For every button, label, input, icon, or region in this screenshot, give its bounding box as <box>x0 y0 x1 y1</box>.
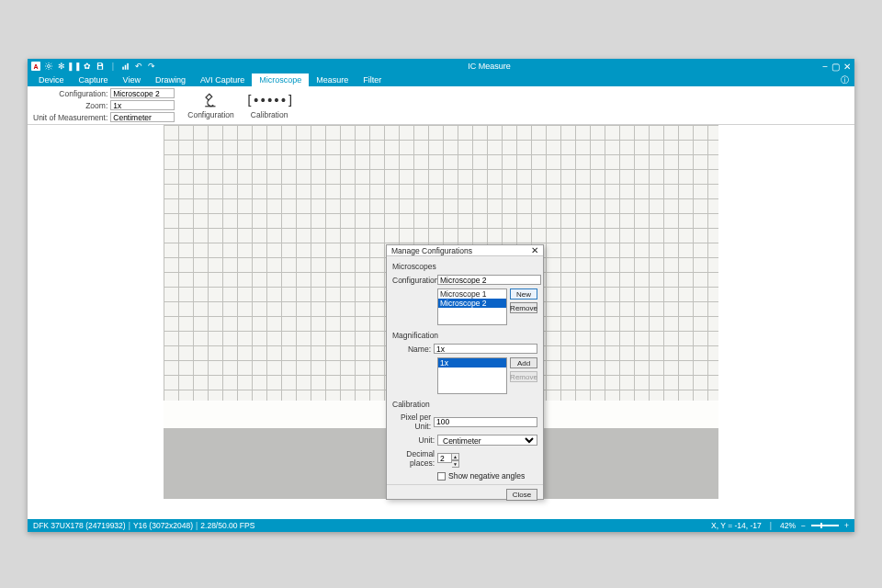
config-listbox[interactable]: Microscope 1 Microscope 2 <box>437 288 507 325</box>
close-button[interactable]: ✕ <box>843 62 851 72</box>
dialog-footer: Close <box>387 484 543 504</box>
save-icon[interactable] <box>96 62 105 71</box>
ppu-label: Pixel per Unit: <box>392 413 431 431</box>
ppu-input[interactable] <box>434 417 537 427</box>
show-negative-label: Show negative angles <box>448 471 525 481</box>
unit-label: Unit of Measurement: <box>33 113 107 122</box>
list-item[interactable]: Microscope 2 <box>438 299 506 308</box>
divider-icon: | <box>108 62 118 71</box>
dialog-titlebar: Manage Configurations ✕ <box>387 245 543 256</box>
mag-name-label: Name: <box>392 345 431 354</box>
svg-rect-1 <box>122 67 124 70</box>
ruler-icon: [•••••] <box>261 92 277 108</box>
content-area: Manage Configurations ✕ Microscopes Conf… <box>28 125 854 519</box>
decimals-input[interactable] <box>437 453 452 463</box>
tab-avi-capture[interactable]: AVI Capture <box>193 74 252 86</box>
zoom-field[interactable] <box>110 100 175 110</box>
titlebar-left: A ✻ ❚❚ ✿ | ↶ ↷ <box>31 62 156 71</box>
unit-select-label: Unit: <box>392 435 435 445</box>
tab-measure[interactable]: Measure <box>309 74 356 86</box>
unit-select[interactable]: Centimeter <box>437 435 537 446</box>
mag-listbox[interactable]: 1x <box>437 357 507 394</box>
restore-button[interactable]: ▢ <box>831 62 840 72</box>
app-window: A ✻ ❚❚ ✿ | ↶ ↷ IC Measure − ▢ ✕ Device C <box>28 59 854 532</box>
section-magnification: Magnification <box>392 331 537 340</box>
config-label: Configuration: <box>392 276 435 285</box>
help-icon[interactable]: ⓘ <box>835 74 854 86</box>
tab-capture[interactable]: Capture <box>72 74 116 86</box>
new-button[interactable]: New <box>510 288 537 300</box>
zoom-label: Zoom: <box>33 101 107 110</box>
status-coords: X, Y = -14, -17 <box>711 521 762 530</box>
spin-down-icon[interactable]: ▼ <box>452 460 459 468</box>
dialog-title: Manage Configurations <box>391 246 531 255</box>
unit-field[interactable] <box>110 112 175 122</box>
ribbon-config-group: Configuration: Zoom: Unit of Measurement… <box>33 88 175 122</box>
app-icon: A <box>31 62 40 71</box>
tab-filter[interactable]: Filter <box>356 74 389 86</box>
config-input[interactable] <box>437 275 541 285</box>
status-fps: 2.28/50.00 FPS <box>200 521 254 530</box>
svg-rect-2 <box>125 65 127 70</box>
status-zoom: 42% <box>780 521 796 530</box>
calibration-button[interactable]: [•••••] Calibration <box>247 90 292 121</box>
add-button[interactable]: Add <box>510 357 537 368</box>
show-negative-checkbox[interactable] <box>437 472 446 481</box>
minimize-button[interactable]: − <box>822 62 828 72</box>
configuration-button[interactable]: Configuration <box>184 90 238 121</box>
chart-icon[interactable] <box>121 62 130 71</box>
calibration-button-label: Calibration <box>251 110 288 119</box>
tab-drawing[interactable]: Drawing <box>148 74 193 86</box>
status-format: Y16 (3072x2048) <box>133 521 193 530</box>
titlebar: A ✻ ❚❚ ✿ | ↶ ↷ IC Measure − ▢ ✕ <box>28 59 854 74</box>
microscope-icon <box>203 92 220 108</box>
manage-configurations-dialog: Manage Configurations ✕ Microscopes Conf… <box>386 244 544 500</box>
configuration-field[interactable] <box>110 88 175 98</box>
settings-icon[interactable]: ✿ <box>83 62 92 71</box>
section-microscopes: Microscopes <box>392 262 537 271</box>
configuration-label: Configuration: <box>33 89 107 98</box>
zoom-slider[interactable] <box>811 525 839 526</box>
section-calibration: Calibration <box>392 400 537 409</box>
decimals-label: Decimal places: <box>392 449 435 468</box>
zoom-in-button[interactable]: + <box>844 521 849 530</box>
ribbon: Configuration: Zoom: Unit of Measurement… <box>28 86 854 125</box>
list-item[interactable]: 1x <box>438 358 506 368</box>
configuration-button-label: Configuration <box>187 110 234 119</box>
snap-icon[interactable]: ✻ <box>57 62 66 71</box>
status-camera: DFK 37UX178 (24719932) <box>33 521 126 530</box>
window-controls: − ▢ ✕ <box>822 62 851 72</box>
zoom-out-button[interactable]: − <box>801 521 806 530</box>
decimals-spinner[interactable]: ▲▼ <box>437 453 459 464</box>
tab-microscope[interactable]: Microscope <box>252 74 309 86</box>
mag-name-input[interactable] <box>434 344 537 354</box>
undo-icon[interactable]: ↶ <box>134 62 143 71</box>
statusbar: DFK 37UX178 (24719932) | Y16 (3072x2048)… <box>28 519 854 532</box>
redo-icon[interactable]: ↷ <box>147 62 156 71</box>
dialog-body: Microscopes Configuration: Microscope 1 … <box>387 256 543 484</box>
svg-rect-3 <box>127 63 129 70</box>
dialog-close-icon[interactable]: ✕ <box>531 245 538 255</box>
svg-point-0 <box>48 65 51 68</box>
remove-mag-button[interactable]: Remove <box>510 371 537 382</box>
remove-config-button[interactable]: Remove <box>510 302 537 313</box>
tab-device[interactable]: Device <box>31 74 72 86</box>
pause-icon[interactable]: ❚❚ <box>70 62 79 71</box>
gear-icon[interactable] <box>44 62 53 71</box>
list-item[interactable]: Microscope 1 <box>438 289 506 299</box>
close-button[interactable]: Close <box>506 489 537 501</box>
menu-tabs: Device Capture View Drawing AVI Capture … <box>28 74 854 86</box>
tab-view[interactable]: View <box>116 74 148 86</box>
spin-up-icon[interactable]: ▲ <box>452 453 459 460</box>
window-title: IC Measure <box>156 62 822 71</box>
